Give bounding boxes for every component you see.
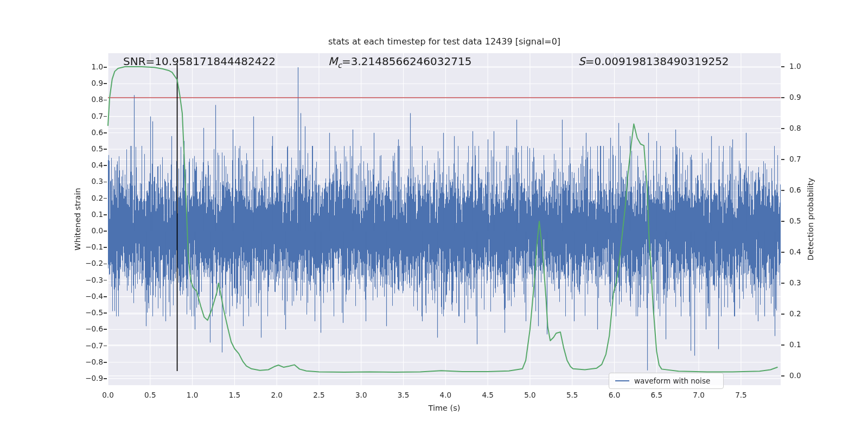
y-tick-mark-left	[104, 132, 107, 133]
x-tick-label: 3.5	[387, 391, 420, 399]
y-tick-mark-left	[104, 346, 107, 347]
chirp-mass-annotation: Mc=3.2148566246032715	[328, 55, 471, 69]
x-tick-label: 1.5	[218, 391, 251, 399]
snr-annotation: SNR=10.958171844482422	[123, 55, 276, 68]
chirp-mass-symbol: M	[328, 55, 337, 68]
y-tick-label-right: 0.1	[789, 340, 833, 349]
y-tick-mark-left	[104, 280, 107, 281]
x-tick-label: 2.0	[260, 391, 293, 399]
y-tick-mark-left	[104, 149, 107, 150]
y-tick-mark-left	[104, 312, 107, 314]
y-tick-label-left: −0.5	[60, 308, 103, 317]
y-tick-label-right: 0.6	[789, 186, 833, 194]
y-tick-mark-left	[104, 116, 107, 117]
x-tick-label: 1.0	[176, 391, 209, 399]
y-tick-label-left: 0.8	[60, 95, 103, 104]
x-tick-label: 0.5	[134, 391, 167, 399]
y-tick-label-right: 0.4	[789, 247, 833, 256]
y-tick-label-left: 0.4	[60, 161, 103, 169]
x-tick-label: 5.0	[514, 391, 546, 399]
s-value: =0.009198138490319252	[585, 55, 729, 68]
y-tick-mark-left	[104, 231, 107, 232]
chirp-mass-subscript: c	[337, 61, 342, 69]
y-tick-mark-right	[781, 128, 784, 129]
y-tick-mark-right	[781, 97, 784, 98]
y-tick-mark-right	[781, 221, 784, 222]
y-tick-mark-left	[104, 264, 107, 265]
y-tick-label-right: 0.7	[789, 155, 833, 163]
x-tick-label: 4.5	[471, 391, 504, 399]
y-tick-label-left: 0.7	[60, 112, 103, 120]
y-tick-label-left: 0.5	[60, 144, 103, 153]
y-tick-label-right: 0.3	[789, 278, 833, 287]
y-tick-mark-left	[104, 214, 107, 215]
x-tick-label: 6.5	[640, 391, 673, 399]
y-tick-mark-left	[104, 165, 107, 166]
y-tick-label-left: 0.0	[60, 226, 103, 235]
y-tick-label-left: 0.9	[60, 79, 103, 87]
y-tick-mark-left	[104, 67, 107, 68]
y-tick-label-left: −0.9	[60, 374, 103, 382]
y-tick-mark-right	[781, 283, 784, 284]
y-tick-mark-left	[104, 378, 107, 379]
x-tick-label: 2.5	[303, 391, 335, 399]
legend-label: waveform with noise	[634, 376, 710, 385]
x-tick-label: 0.0	[92, 391, 124, 399]
y-tick-label-right: 0.8	[789, 124, 833, 132]
y-tick-label-left: 0.6	[60, 128, 103, 137]
y-tick-label-left: 0.2	[60, 194, 103, 202]
y-tick-label-right: 0.5	[789, 216, 833, 225]
x-tick-label: 4.0	[429, 391, 462, 399]
x-tick-label: 7.5	[725, 391, 757, 399]
x-tick-label: 7.0	[682, 391, 715, 399]
y-tick-mark-left	[104, 296, 107, 297]
y-tick-mark-right	[781, 66, 784, 67]
y-tick-mark-left	[104, 198, 107, 199]
y-tick-label-left: −0.2	[60, 259, 103, 267]
y-tick-label-left: −0.7	[60, 341, 103, 350]
y-tick-mark-right	[781, 159, 784, 160]
y-tick-mark-right	[781, 344, 784, 346]
y-tick-mark-left	[104, 83, 107, 84]
y-tick-mark-right	[781, 375, 784, 376]
y-tick-label-left: −0.4	[60, 292, 103, 301]
figure: stats at each timestep for test data 124…	[0, 0, 868, 434]
y-tick-label-right: 0.0	[789, 371, 833, 380]
legend-line-sample	[615, 380, 629, 381]
s-symbol: S	[578, 55, 585, 68]
y-tick-label-left: −0.1	[60, 242, 103, 251]
y-tick-label-left: −0.3	[60, 276, 103, 284]
chirp-mass-value: =3.2148566246032715	[342, 55, 471, 68]
y-tick-label-left: −0.6	[60, 324, 103, 333]
y-tick-label-left: −0.8	[60, 358, 103, 366]
y-tick-label-left: 0.1	[60, 210, 103, 219]
y-tick-mark-right	[781, 190, 784, 191]
legend: waveform with noise	[609, 373, 724, 389]
chart-title: stats at each timestep for test data 124…	[108, 36, 781, 47]
y-tick-mark-right	[781, 252, 784, 253]
x-tick-label: 5.5	[556, 391, 589, 399]
y-tick-mark-left	[104, 100, 107, 101]
y-tick-label-right: 0.9	[789, 93, 833, 101]
y-tick-label-left: 1.0	[60, 62, 103, 71]
x-tick-label: 3.0	[345, 391, 378, 399]
y-tick-label-left: 0.3	[60, 177, 103, 186]
s-annotation: S=0.009198138490319252	[578, 55, 729, 68]
y-tick-mark-left	[104, 329, 107, 330]
y-tick-mark-right	[781, 314, 784, 315]
y-tick-label-right: 0.2	[789, 309, 833, 318]
y-tick-mark-left	[104, 247, 107, 248]
y-tick-label-right: 1.0	[789, 62, 833, 71]
y-tick-mark-left	[104, 362, 107, 363]
x-axis-label: Time (s)	[108, 404, 781, 412]
x-tick-label: 6.0	[598, 391, 631, 399]
y-tick-mark-left	[104, 182, 107, 183]
